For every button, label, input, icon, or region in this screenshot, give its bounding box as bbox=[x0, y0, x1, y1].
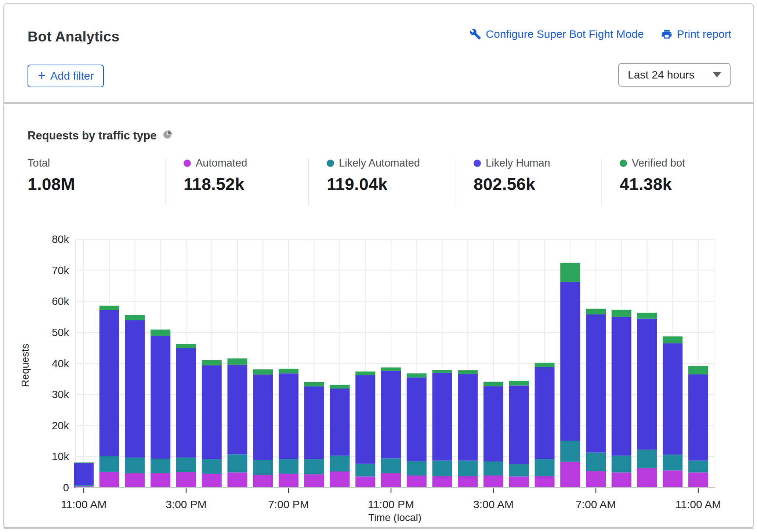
stat-total[interactable]: Total1.08M bbox=[28, 157, 75, 194]
bar-segment-likely-human[interactable] bbox=[432, 373, 452, 460]
bar-segment-verified-bot[interactable] bbox=[202, 360, 222, 365]
bar-segment-automated[interactable] bbox=[304, 474, 324, 488]
bar-segment-likely-human[interactable] bbox=[330, 389, 350, 456]
bar-segment-likely-automated[interactable] bbox=[176, 458, 196, 472]
bar-segment-automated[interactable] bbox=[355, 477, 375, 488]
bar-segment-likely-human[interactable] bbox=[176, 348, 196, 458]
bar-segment-likely-human[interactable] bbox=[586, 314, 606, 453]
bar-segment-likely-automated[interactable] bbox=[509, 464, 529, 477]
bar-segment-likely-automated[interactable] bbox=[151, 459, 170, 473]
bar-segment-automated[interactable] bbox=[151, 473, 170, 488]
bar-segment-likely-automated[interactable] bbox=[355, 464, 375, 477]
bar-segment-likely-human[interactable] bbox=[663, 343, 682, 455]
bar-segment-likely-human[interactable] bbox=[253, 375, 273, 460]
bar-segment-automated[interactable] bbox=[99, 472, 119, 488]
bar-segment-automated[interactable] bbox=[535, 476, 555, 488]
bar-segment-likely-human[interactable] bbox=[560, 282, 580, 441]
bar-segment-automated[interactable] bbox=[509, 477, 529, 488]
bar-segment-verified-bot[interactable] bbox=[228, 358, 247, 365]
bar-segment-likely-automated[interactable] bbox=[74, 485, 94, 486]
bar-segment-likely-human[interactable] bbox=[99, 310, 119, 456]
bar-segment-automated[interactable] bbox=[176, 472, 196, 488]
bar-segment-likely-automated[interactable] bbox=[663, 455, 682, 470]
bar-segment-likely-automated[interactable] bbox=[637, 450, 657, 468]
bar-segment-likely-automated[interactable] bbox=[560, 441, 580, 462]
bar-segment-likely-automated[interactable] bbox=[99, 456, 119, 472]
bar-segment-automated[interactable] bbox=[612, 473, 631, 488]
bar-segment-automated[interactable] bbox=[228, 473, 247, 488]
bar-segment-automated[interactable] bbox=[432, 476, 452, 488]
bar-segment-verified-bot[interactable] bbox=[355, 372, 375, 375]
bar-segment-verified-bot[interactable] bbox=[304, 382, 324, 386]
bar-segment-likely-human[interactable] bbox=[483, 386, 503, 462]
bar-segment-verified-bot[interactable] bbox=[176, 344, 196, 348]
time-range-dropdown[interactable]: Last 24 hours bbox=[618, 63, 731, 87]
stat-verified-bot[interactable]: Verified bot41.38k bbox=[620, 157, 685, 194]
bar-segment-likely-human[interactable] bbox=[125, 320, 145, 458]
configure-super-bot-fight-mode-link[interactable]: Configure Super Bot Fight Mode bbox=[470, 28, 644, 40]
requests-by-traffic-type-chart[interactable]: 010k20k30k40k50k60k70k80k11:00 AM3:00 PM… bbox=[0, 220, 757, 525]
bar-segment-verified-bot[interactable] bbox=[381, 368, 401, 371]
requests-chart[interactable]: 010k20k30k40k50k60k70k80k11:00 AM3:00 PM… bbox=[0, 220, 757, 525]
bar-segment-likely-automated[interactable] bbox=[612, 456, 631, 473]
bar-segment-likely-automated[interactable] bbox=[125, 458, 145, 473]
bar-segment-verified-bot[interactable] bbox=[253, 369, 273, 375]
bar-segment-verified-bot[interactable] bbox=[151, 329, 170, 336]
bar-segment-likely-human[interactable] bbox=[279, 374, 298, 459]
bar-segment-automated[interactable] bbox=[279, 474, 298, 488]
bar-segment-verified-bot[interactable] bbox=[279, 369, 298, 374]
bar-segment-likely-human[interactable] bbox=[228, 365, 247, 455]
stat-automated[interactable]: Automated118.52k bbox=[184, 157, 247, 194]
bar-segment-verified-bot[interactable] bbox=[612, 310, 631, 317]
bar-segment-verified-bot[interactable] bbox=[560, 263, 580, 282]
bar-segment-likely-automated[interactable] bbox=[202, 459, 222, 474]
bar-segment-verified-bot[interactable] bbox=[637, 313, 657, 319]
bar-segment-likely-automated[interactable] bbox=[381, 458, 401, 473]
bar-segment-likely-automated[interactable] bbox=[688, 460, 708, 472]
bar-segment-verified-bot[interactable] bbox=[407, 374, 427, 378]
stat-likely-automated[interactable]: Likely Automated119.04k bbox=[327, 157, 420, 194]
bar-segment-verified-bot[interactable] bbox=[535, 363, 555, 367]
bar-segment-likely-automated[interactable] bbox=[586, 452, 606, 471]
bar-segment-verified-bot[interactable] bbox=[432, 370, 452, 373]
bar-segment-verified-bot[interactable] bbox=[483, 382, 503, 386]
bar-segment-automated[interactable] bbox=[202, 474, 222, 488]
bar-segment-likely-human[interactable] bbox=[304, 386, 324, 459]
bar-segment-likely-human[interactable] bbox=[688, 374, 708, 460]
bar-segment-verified-bot[interactable] bbox=[74, 462, 94, 463]
bar-segment-likely-human[interactable] bbox=[612, 317, 631, 456]
bar-segment-likely-automated[interactable] bbox=[432, 460, 452, 476]
bar-segment-automated[interactable] bbox=[407, 475, 427, 488]
bar-segment-verified-bot[interactable] bbox=[663, 336, 682, 343]
bar-segment-automated[interactable] bbox=[483, 475, 503, 488]
bar-segment-verified-bot[interactable] bbox=[330, 385, 350, 389]
bar-segment-automated[interactable] bbox=[330, 471, 350, 488]
bar-segment-likely-human[interactable] bbox=[535, 367, 555, 459]
bar-segment-automated[interactable] bbox=[253, 475, 273, 488]
stat-likely-human[interactable]: Likely Human802.56k bbox=[474, 157, 550, 194]
bar-segment-likely-human[interactable] bbox=[151, 336, 170, 459]
bar-segment-likely-human[interactable] bbox=[355, 375, 375, 464]
bar-segment-automated[interactable] bbox=[637, 468, 657, 488]
bar-segment-likely-automated[interactable] bbox=[304, 459, 324, 474]
bar-segment-verified-bot[interactable] bbox=[458, 370, 478, 374]
bar-segment-automated[interactable] bbox=[560, 462, 580, 488]
bar-segment-likely-human[interactable] bbox=[458, 374, 478, 460]
bar-segment-automated[interactable] bbox=[663, 470, 682, 488]
bar-segment-automated[interactable] bbox=[688, 473, 708, 488]
bar-segment-likely-human[interactable] bbox=[509, 386, 529, 464]
bar-segment-likely-human[interactable] bbox=[381, 371, 401, 459]
bar-segment-verified-bot[interactable] bbox=[586, 309, 606, 314]
bar-segment-likely-automated[interactable] bbox=[407, 461, 427, 475]
bar-segment-likely-automated[interactable] bbox=[279, 459, 298, 474]
bar-segment-automated[interactable] bbox=[125, 473, 145, 488]
bar-segment-likely-human[interactable] bbox=[202, 365, 222, 459]
bar-segment-likely-automated[interactable] bbox=[535, 459, 555, 476]
bar-segment-likely-automated[interactable] bbox=[483, 462, 503, 475]
bar-segment-likely-automated[interactable] bbox=[330, 456, 350, 471]
bar-segment-automated[interactable] bbox=[381, 473, 401, 488]
bar-segment-likely-human[interactable] bbox=[74, 463, 94, 485]
bar-segment-likely-human[interactable] bbox=[637, 319, 657, 450]
bar-segment-automated[interactable] bbox=[586, 471, 606, 488]
print-report-link[interactable]: Print report bbox=[661, 28, 731, 40]
